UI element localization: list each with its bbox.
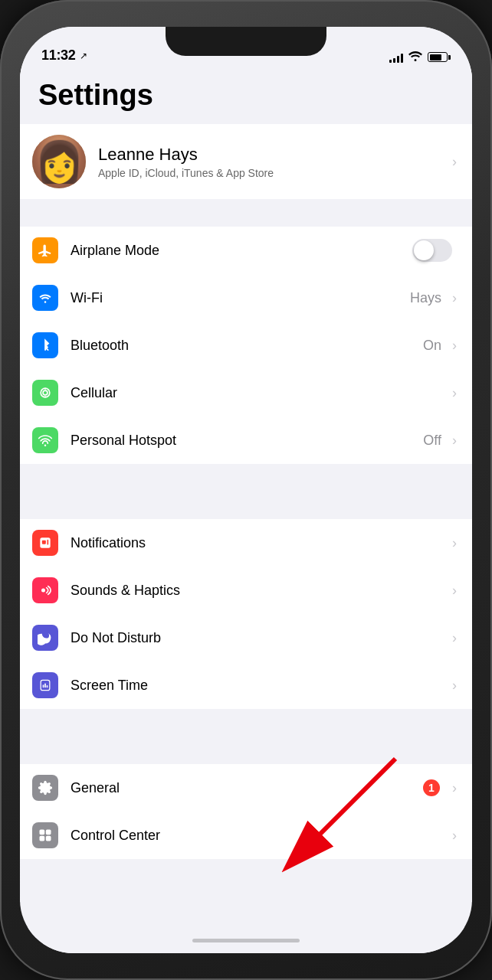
phone-frame: 11:32 ↗: [0, 0, 492, 980]
hotspot-icon: [38, 433, 53, 448]
screen-time-icon-container: [32, 672, 58, 698]
profile-row[interactable]: Leanne Hays Apple ID, iCloud, iTunes & A…: [20, 124, 472, 199]
sounds-icon-container: [32, 577, 58, 603]
status-icons: [389, 51, 448, 64]
notch: [166, 27, 326, 56]
hotspot-value: Off: [423, 433, 441, 449]
content-wrapper: Settings Leanne Hays Apple ID, iCloud, i…: [20, 70, 472, 927]
control-center-icon: [38, 828, 53, 843]
home-indicator: [20, 927, 472, 953]
avatar: [32, 135, 86, 188]
svg-point-4: [44, 444, 47, 446]
general-chevron: ›: [452, 780, 457, 796]
personal-hotspot-row[interactable]: Personal Hotspot Off ›: [20, 416, 472, 464]
dnd-chevron: ›: [452, 630, 457, 646]
profile-section: Leanne Hays Apple ID, iCloud, iTunes & A…: [20, 124, 472, 199]
airplane-icon: [38, 243, 53, 258]
connectivity-section: Airplane Mode Wi-Fi Ha: [20, 227, 472, 464]
phone-screen: 11:32 ↗: [20, 27, 472, 953]
gear-icon: [38, 780, 53, 795]
status-time: 11:32: [41, 47, 76, 64]
bluetooth-label: Bluetooth: [71, 338, 423, 354]
notifications-icon-container: [32, 530, 58, 556]
screen-time-row[interactable]: Screen Time ›: [20, 662, 472, 709]
airplane-mode-toggle[interactable]: [412, 239, 452, 262]
hotspot-icon-container: [32, 427, 58, 453]
wifi-chevron: ›: [452, 290, 457, 306]
cellular-icon-container: [32, 380, 58, 406]
notifications-icon: [38, 535, 53, 550]
spacer-2: [20, 492, 472, 519]
control-center-label: Control Center: [71, 828, 446, 844]
svg-rect-12: [40, 836, 45, 841]
bluetooth-value: On: [423, 338, 441, 354]
sounds-haptics-row[interactable]: Sounds & Haptics ›: [20, 567, 472, 614]
control-center-row[interactable]: Control Center ›: [20, 812, 472, 859]
notifications-chevron: ›: [452, 535, 457, 551]
airplane-mode-row[interactable]: Airplane Mode: [20, 227, 472, 274]
screen-time-chevron: ›: [452, 678, 457, 694]
spacer-3: [20, 737, 472, 764]
sounds-haptics-label: Sounds & Haptics: [71, 583, 446, 599]
general-icon-container: [32, 775, 58, 801]
wifi-icon-container: [32, 285, 58, 311]
notifications-label: Notifications: [71, 535, 446, 551]
profile-subtitle: Apple ID, iCloud, iTunes & App Store: [98, 167, 446, 179]
bluetooth-chevron: ›: [452, 338, 457, 354]
general-section: General 1 ›: [20, 764, 472, 859]
svg-rect-6: [42, 541, 46, 544]
wifi-row[interactable]: Wi-Fi Hays ›: [20, 274, 472, 322]
control-center-icon-container: [32, 822, 58, 848]
personal-hotspot-label: Personal Hotspot: [71, 433, 423, 449]
bluetooth-row[interactable]: Bluetooth On ›: [20, 322, 472, 369]
wifi-setting-icon: [38, 290, 53, 305]
dnd-icon-container: [32, 625, 58, 651]
dnd-label: Do Not Disturb: [71, 630, 446, 646]
wifi-label: Wi-Fi: [71, 290, 410, 306]
hotspot-chevron: ›: [452, 433, 457, 449]
svg-point-1: [43, 390, 48, 395]
settings-content[interactable]: Settings Leanne Hays Apple ID, iCloud, i…: [20, 70, 472, 902]
page-title: Settings: [20, 70, 472, 124]
bluetooth-icon: [38, 338, 53, 353]
control-center-chevron: ›: [452, 828, 457, 844]
svg-rect-11: [46, 830, 51, 835]
airplane-mode-label: Airplane Mode: [71, 243, 412, 259]
sounds-icon: [38, 583, 53, 598]
airplane-mode-icon-container: [32, 237, 58, 263]
svg-rect-13: [46, 836, 51, 841]
screen-time-icon: [38, 678, 53, 693]
general-label: General: [71, 780, 423, 796]
cellular-label: Cellular: [71, 385, 446, 401]
profile-name: Leanne Hays: [98, 145, 446, 165]
cellular-chevron: ›: [452, 385, 457, 401]
svg-point-0: [41, 388, 50, 397]
cellular-icon: [38, 385, 53, 400]
home-bar: [192, 939, 300, 942]
signal-icon: [389, 52, 403, 63]
wifi-value: Hays: [410, 290, 441, 306]
svg-point-8: [41, 589, 45, 593]
spacer-1: [20, 199, 472, 227]
cellular-row[interactable]: Cellular ›: [20, 369, 472, 416]
battery-icon: [428, 52, 448, 62]
screen-time-label: Screen Time: [71, 678, 446, 694]
svg-rect-10: [40, 830, 45, 835]
notifications-row[interactable]: Notifications ›: [20, 519, 472, 567]
do-not-disturb-row[interactable]: Do Not Disturb ›: [20, 614, 472, 662]
moon-icon: [38, 630, 53, 645]
wifi-icon: [408, 51, 422, 64]
location-icon: ↗: [80, 51, 87, 61]
bluetooth-icon-container: [32, 332, 58, 358]
profile-info: Leanne Hays Apple ID, iCloud, iTunes & A…: [98, 145, 446, 179]
sounds-chevron: ›: [452, 583, 457, 599]
svg-rect-7: [48, 540, 49, 545]
general-row[interactable]: General 1 ›: [20, 764, 472, 812]
profile-chevron: ›: [452, 154, 457, 170]
notifications-section: Notifications › Sounds & Haptics: [20, 519, 472, 709]
general-badge: 1: [423, 779, 440, 796]
